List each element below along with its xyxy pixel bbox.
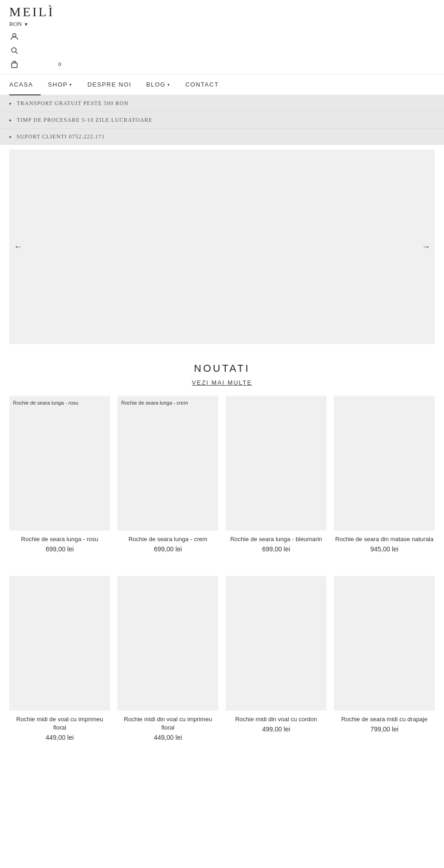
product-name-1: Rochie de seara lunga - crem: [117, 535, 218, 543]
chevron-down-icon: ▾: [69, 82, 73, 87]
chevron-down-icon: ▼: [24, 22, 28, 27]
product-price-5: 449,00 lei: [117, 734, 218, 741]
svg-point-1: [12, 48, 16, 52]
product-price-3: 945,00 lei: [334, 545, 435, 553]
product-price-6: 499,00 lei: [226, 725, 327, 733]
noutati-title: NOUTATI: [0, 362, 444, 375]
logo-link[interactable]: MEILÌ: [9, 5, 435, 19]
svg-point-0: [13, 34, 16, 37]
info-bar: TRANSPORT GRATUIT PESTE 500 RON TIMP DE …: [0, 95, 444, 145]
nav-item-acasa[interactable]: ACASA: [9, 75, 41, 95]
product-image-7: [334, 576, 435, 711]
product-name-3: Rochie de seara din matase naturala: [334, 535, 435, 543]
product-card-2[interactable]: Rochie de seara lunga - bleumarin 699,00…: [226, 396, 327, 553]
product-price-2: 699,00 lei: [226, 545, 327, 553]
product-label-0: Rochie de seara lunga - rosu: [13, 400, 78, 406]
header-icons: 0: [9, 31, 435, 69]
product-card-1[interactable]: Rochie de seara lunga - crem Rochie de s…: [117, 396, 218, 553]
bullet-icon: [9, 136, 11, 138]
cart-icon[interactable]: [9, 59, 19, 69]
info-bar-item-shipping: TRANSPORT GRATUIT PESTE 500 RON: [0, 95, 444, 112]
product-price-1: 699,00 lei: [117, 545, 218, 553]
currency-label: RON: [9, 20, 22, 28]
bullet-icon: [9, 103, 11, 105]
search-icon[interactable]: [9, 45, 19, 56]
cart-row: 0: [9, 59, 435, 69]
product-price-7: 799,00 lei: [334, 725, 435, 733]
slider-prev-button[interactable]: ←: [14, 242, 22, 252]
product-image-3: [334, 396, 435, 531]
header: MEILÌ RON ▼ 0: [0, 0, 444, 75]
bullet-icon: [9, 119, 11, 121]
nav-item-despre-noi[interactable]: DESPRE NOI: [80, 75, 139, 95]
product-grid-row2: Rochie midi de voal cu imprimeu floral 4…: [0, 576, 444, 755]
product-image-6: [226, 576, 327, 711]
navigation: ACASA SHOP ▾ DESPRE NOI BLOG ▾ CONTACT: [0, 75, 444, 95]
product-card-4[interactable]: Rochie midi de voal cu imprimeu floral 4…: [9, 576, 110, 741]
nav-item-blog[interactable]: BLOG ▾: [139, 75, 178, 95]
product-card-5[interactable]: Rochie midi din voal cu imprimeu floral …: [117, 576, 218, 741]
noutati-section: NOUTATI VEZI MAI MULTE Rochie de seara l…: [0, 362, 444, 774]
product-price-4: 449,00 lei: [9, 734, 110, 741]
product-name-4: Rochie midi de voal cu imprimeu floral: [9, 715, 110, 732]
info-bar-item-support: SUPORT CLIENTI 0752.222.171: [0, 129, 444, 145]
svg-line-2: [16, 52, 18, 54]
cart-count: 0: [58, 61, 62, 68]
product-image-2: [226, 396, 327, 531]
hero-slider: ← →: [9, 150, 435, 344]
product-grid-row1: Rochie de seara lunga - rosu Rochie de s…: [0, 396, 444, 567]
chevron-down-icon: ▾: [167, 82, 171, 87]
product-image-0: Rochie de seara lunga - rosu: [9, 396, 110, 531]
product-price-0: 699,00 lei: [9, 545, 110, 553]
product-image-4: [9, 576, 110, 711]
vezi-mai-multe-link[interactable]: VEZI MAI MULTE: [192, 379, 252, 386]
svg-rect-3: [12, 63, 17, 68]
nav-item-shop[interactable]: SHOP ▾: [41, 75, 80, 95]
product-name-5: Rochie midi din voal cu imprimeu floral: [117, 715, 218, 732]
info-bar-item-processing: TIMP DE PROCESARE 5-10 ZILE LUCRATOARE: [0, 112, 444, 129]
currency-selector[interactable]: RON ▼: [9, 20, 435, 28]
product-name-7: Rochie de seara midi cu drapaje: [334, 715, 435, 724]
product-card-0[interactable]: Rochie de seara lunga - rosu Rochie de s…: [9, 396, 110, 553]
logo: MEILÌ: [9, 5, 435, 19]
product-card-6[interactable]: Rochie midi din voal cu cordon 499,00 le…: [226, 576, 327, 741]
account-icon[interactable]: [9, 31, 19, 42]
product-name-2: Rochie de seara lunga - bleumarin: [226, 535, 327, 543]
product-name-0: Rochie de seara lunga - rosu: [9, 535, 110, 543]
product-name-6: Rochie midi din voal cu cordon: [226, 715, 327, 724]
nav-item-contact[interactable]: CONTACT: [178, 75, 226, 95]
slider-next-button[interactable]: →: [422, 242, 430, 252]
product-card-7[interactable]: Rochie de seara midi cu drapaje 799,00 l…: [334, 576, 435, 741]
product-image-5: [117, 576, 218, 711]
product-label-1: Rochie de seara lunga - crem: [121, 400, 188, 406]
product-image-1: Rochie de seara lunga - crem: [117, 396, 218, 531]
product-card-3[interactable]: Rochie de seara din matase naturala 945,…: [334, 396, 435, 553]
